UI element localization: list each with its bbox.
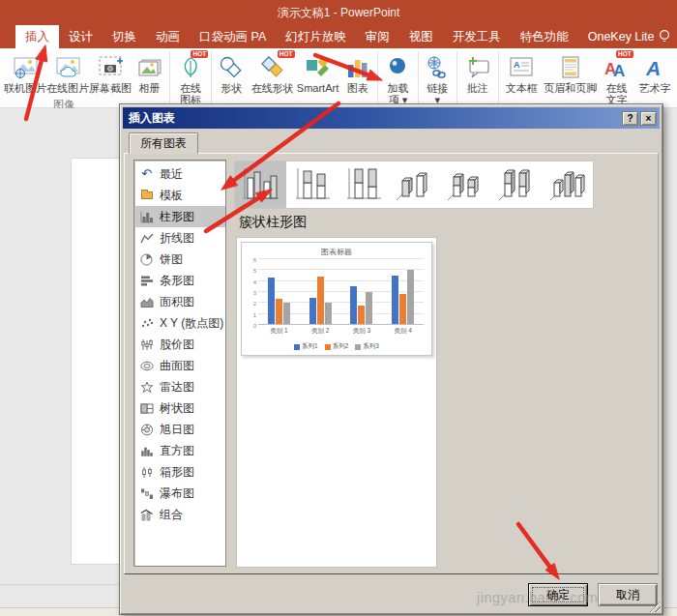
ribbon-group-separator (377, 51, 378, 105)
chart-type-list: ↶最近 模板 柱形图 折线图 饼图 条形图 面积图 X Y (散点图) 股价图 … (133, 160, 226, 567)
photo-album-button[interactable]: 相册 (132, 51, 167, 105)
legend-swatch (325, 344, 331, 350)
screenshot-icon (98, 53, 124, 82)
chart-type-waterfall[interactable]: 瀑布图 (134, 483, 225, 504)
subtype-heading: 簇状柱形图 (239, 214, 307, 231)
legend-swatch (355, 344, 361, 350)
bar (309, 298, 316, 325)
dialog-help-button[interactable]: ? (622, 111, 638, 126)
ribbon-tab-review[interactable]: 审阅 (356, 25, 399, 48)
cancel-button[interactable]: 取消 (598, 583, 658, 606)
hot-badge: HOT (278, 50, 295, 58)
photo-album-icon (136, 53, 162, 82)
tab-all-charts[interactable]: 所有图表 (129, 132, 198, 154)
chart-preview-thumbnail[interactable]: 图表标题 0123456 类别 1类别 2类别 3类别 4 系列1系列2系列3 (241, 242, 432, 356)
chart-type-combo[interactable]: 组合 (134, 504, 225, 525)
subtype-stacked-column[interactable] (286, 161, 338, 208)
header-footer-button[interactable]: 页眉和页脚 (542, 51, 599, 105)
legend-item: 系列1 (294, 342, 318, 351)
y-tick-label: 4 (253, 279, 256, 285)
chart-type-pie[interactable]: 饼图 (134, 249, 225, 270)
chart-type-scatter[interactable]: X Y (散点图) (134, 312, 225, 334)
online-wordart-button[interactable]: HOT AA 在线 文字 (599, 51, 634, 105)
ribbon-tab-transitions[interactable]: 切换 (103, 25, 146, 48)
chart-type-line[interactable]: 折线图 (134, 227, 225, 249)
legend-label: 系列1 (302, 342, 318, 351)
ribbon-tab-onekey-lite[interactable]: OneKey Lite (578, 25, 664, 48)
bar-group (341, 259, 383, 325)
combo-chart-icon (139, 508, 154, 521)
chart-type-bar[interactable]: 条形图 (134, 270, 225, 291)
ribbon-tab-special-features[interactable]: 特色功能 (511, 25, 578, 48)
subtype-3d-stacked-column[interactable] (439, 161, 490, 208)
chart-type-column[interactable]: 柱形图 (134, 206, 225, 227)
chart-type-treemap[interactable]: 树状图 (134, 397, 225, 419)
comment-button[interactable]: 批注 (459, 51, 497, 105)
subtype-clustered-column[interactable] (235, 161, 286, 208)
bar (276, 299, 282, 325)
bar (350, 286, 357, 325)
ribbon-tab-view[interactable]: 视图 (399, 25, 443, 48)
ok-button[interactable]: 确定 (528, 583, 588, 606)
bar (392, 276, 398, 325)
chart-type-recent[interactable]: ↶最近 (134, 163, 225, 185)
wordart-icon: A (642, 53, 667, 82)
chart-type-templates[interactable]: 模板 (134, 185, 225, 206)
x-category-label: 类别 1 (258, 325, 300, 336)
dialog-tab-page: ↶最近 模板 柱形图 折线图 饼图 条形图 面积图 X Y (散点图) 股价图 … (124, 153, 659, 574)
panel-divider (0, 584, 119, 585)
ribbon-tab-slideshow[interactable]: 幻灯片放映 (276, 25, 356, 48)
ribbon-tab-insert[interactable]: 插入 (15, 25, 59, 48)
preview-y-axis-labels: 0123456 (250, 259, 257, 325)
subtype-3d-100-stacked-column[interactable] (490, 161, 542, 208)
online-shapes-button[interactable]: HOT 在线形状 (250, 51, 296, 105)
chart-type-sunburst[interactable]: 旭日图 (134, 419, 225, 440)
x-category-label: 类别 3 (341, 325, 383, 336)
ribbon-tab-animations[interactable]: 动画 (146, 25, 190, 48)
recent-icon: ↶ (139, 167, 154, 181)
subtype-3d-column[interactable] (542, 161, 593, 208)
text-box-button[interactable]: A 文本框 (501, 51, 542, 105)
chart-button[interactable]: 图表 (339, 51, 375, 105)
ribbon-tab-pocket-animation[interactable]: 口袋动画 PA (190, 25, 276, 48)
link-button[interactable]: 链接 ▾ (421, 51, 455, 105)
header-footer-icon (559, 53, 582, 82)
line-chart-icon (139, 231, 154, 245)
subtype-100-stacked-column[interactable] (338, 161, 389, 208)
chart-type-box-whisker[interactable]: 箱形图 (134, 461, 225, 483)
window-title-bar: 演示文稿1 - PowerPoint (0, 0, 677, 25)
chart-type-radar[interactable]: 雷达图 (134, 376, 225, 397)
bar (283, 303, 290, 325)
tell-me-lightbulb-icon[interactable] (658, 29, 671, 44)
dialog-close-button[interactable]: × (640, 111, 657, 126)
legend-label: 系列2 (333, 342, 349, 351)
chart-type-surface[interactable]: 曲面图 (134, 355, 225, 376)
shapes-button[interactable]: 形状 (214, 51, 250, 105)
smartart-icon (305, 53, 332, 82)
ribbon-group-separator (456, 51, 457, 105)
add-ins-button[interactable]: 加载 项 ▾ (380, 51, 416, 105)
bar (325, 303, 332, 325)
chart-type-area[interactable]: 面积图 (134, 291, 225, 312)
svg-text:A: A (613, 62, 625, 80)
pie-chart-icon (139, 252, 154, 266)
web-pictures-icon (55, 53, 81, 82)
column-subtype-gallery (234, 161, 594, 209)
bar (366, 292, 372, 325)
smartart-button[interactable]: SmartArt (296, 51, 340, 105)
chart-type-histogram[interactable]: 直方图 (134, 440, 225, 461)
chart-title: 图表标题 (242, 247, 431, 257)
online-icons-button[interactable]: HOT 在线 图标 (172, 51, 210, 105)
svg-text:A: A (645, 57, 661, 79)
ribbon-tab-design[interactable]: 设计 (59, 25, 103, 48)
legend-label: 系列3 (363, 342, 379, 351)
ribbon-tab-developer[interactable]: 开发工具 (443, 25, 511, 48)
wordart-button[interactable]: A 艺术字 (634, 51, 675, 105)
bar (407, 270, 414, 325)
x-category-label: 类别 2 (300, 325, 341, 336)
bar-chart-icon (139, 274, 154, 287)
chart-type-stock[interactable]: 股价图 (134, 334, 225, 355)
subtype-3d-clustered-column[interactable] (389, 161, 440, 208)
ribbon-group-separator (211, 51, 212, 105)
templates-folder-icon (139, 189, 154, 202)
